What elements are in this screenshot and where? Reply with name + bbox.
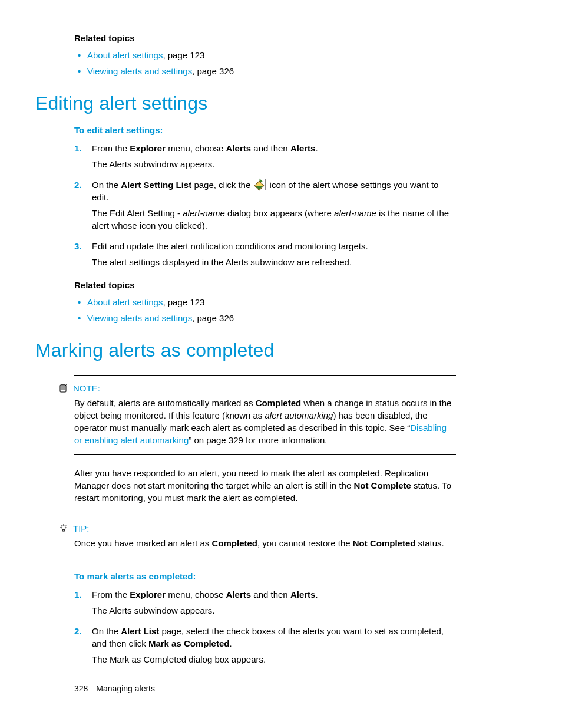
- page-ref: , page 123: [163, 297, 204, 307]
- procedure-heading: To mark alerts as completed:: [74, 570, 456, 582]
- svg-rect-5: [63, 529, 65, 531]
- step-result: The alert settings displayed in the Aler…: [92, 256, 456, 268]
- step-number: 2.: [74, 179, 82, 191]
- svg-line-10: [65, 525, 66, 526]
- page-ref: , page 123: [163, 50, 204, 60]
- related-topics-list: About alert settings, page 123 Viewing a…: [74, 49, 456, 77]
- step-2: 2. On the Alert List page, select the ch…: [74, 625, 456, 666]
- step-result: The Mark as Completed dialog box appears…: [92, 653, 456, 666]
- procedure-heading: To edit alert settings:: [74, 124, 456, 136]
- step-result: The Alerts subwindow appears.: [92, 604, 456, 617]
- step-1: 1. From the Explorer menu, choose Alerts…: [74, 142, 456, 170]
- list-item: Viewing alerts and settings, page 326: [74, 65, 456, 77]
- link-about-alert-settings[interactable]: About alert settings: [87, 297, 163, 307]
- step-1: 1. From the Explorer menu, choose Alerts…: [74, 588, 456, 617]
- list-item: About alert settings, page 123: [74, 296, 456, 308]
- related-topics-list: About alert settings, page 123 Viewing a…: [74, 296, 456, 324]
- link-viewing-alerts[interactable]: Viewing alerts and settings: [87, 66, 192, 76]
- step-number: 1.: [74, 588, 82, 601]
- step-text: On the Alert List page, select the check…: [92, 626, 444, 648]
- svg-line-9: [61, 525, 62, 526]
- page-ref: , page 326: [192, 66, 234, 76]
- chapter-title: Managing alerts: [96, 684, 155, 693]
- step-result: The Alerts subwindow appears.: [92, 158, 456, 170]
- note-callout: NOTE: By default, alerts are automatical…: [74, 375, 456, 455]
- content-body: Related topics About alert settings, pag…: [74, 32, 456, 666]
- edit-icon: [254, 179, 266, 190]
- list-item: Viewing alerts and settings, page 326: [74, 312, 456, 324]
- step-number: 1.: [74, 142, 82, 154]
- tip-icon: [59, 523, 68, 533]
- step-3: 3. Edit and update the alert notificatio…: [74, 240, 456, 268]
- step-2: 2. On the Alert Setting List page, click…: [74, 179, 456, 232]
- tip-callout: TIP: Once you have marked an alert as Co…: [74, 516, 456, 558]
- note-label: NOTE:: [59, 382, 456, 394]
- step-text: From the Explorer menu, choose Alerts an…: [92, 589, 318, 599]
- tip-label: TIP:: [59, 522, 456, 535]
- note-body: By default, alerts are automatically mar…: [74, 397, 456, 446]
- related-topics-heading: Related topics: [74, 279, 456, 291]
- tip-body: Once you have marked an alert as Complet…: [74, 537, 456, 549]
- step-text: From the Explorer menu, choose Alerts an…: [92, 143, 318, 153]
- note-icon: [59, 383, 68, 393]
- page: Related topics About alert settings, pag…: [0, 0, 562, 728]
- link-about-alert-settings[interactable]: About alert settings: [87, 50, 163, 60]
- heading-editing-alert-settings: Editing alert settings: [35, 90, 456, 117]
- heading-marking-alerts-completed: Marking alerts as completed: [35, 337, 456, 364]
- link-viewing-alerts[interactable]: Viewing alerts and settings: [87, 313, 192, 323]
- svg-rect-0: [60, 385, 66, 392]
- svg-point-4: [62, 526, 65, 529]
- step-text: Edit and update the alert notification c…: [92, 241, 368, 251]
- step-result: The Edit Alert Setting - alert-name dial…: [92, 207, 456, 232]
- step-number: 3.: [74, 240, 82, 252]
- procedure-steps: 1. From the Explorer menu, choose Alerts…: [74, 588, 456, 666]
- body-paragraph: After you have responded to an alert, yo…: [74, 467, 456, 504]
- step-number: 2.: [74, 625, 82, 637]
- list-item: About alert settings, page 123: [74, 49, 456, 61]
- page-ref: , page 326: [192, 313, 234, 323]
- procedure-steps: 1. From the Explorer menu, choose Alerts…: [74, 142, 456, 268]
- page-number: 328: [74, 684, 88, 693]
- step-text: On the Alert Setting List page, click th…: [92, 180, 438, 202]
- related-topics-heading: Related topics: [74, 32, 456, 44]
- page-footer: 328Managing alerts: [74, 683, 155, 695]
